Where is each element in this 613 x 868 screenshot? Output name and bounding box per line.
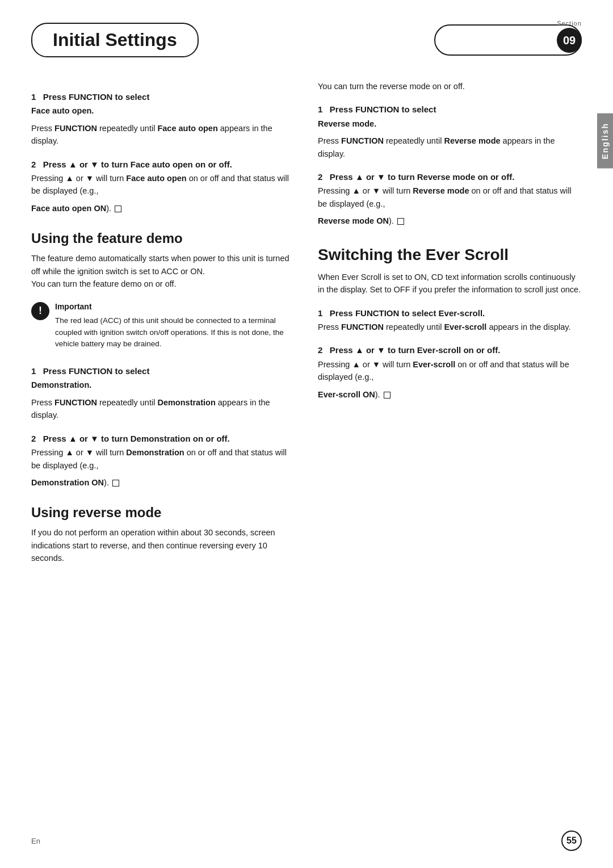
page: Initial Settings Section 09 English 1 1 …	[0, 0, 613, 868]
ever-scroll-section: Switching the Ever Scroll When Ever Scro…	[318, 246, 582, 401]
important-content: Important The red lead (ACC) of this uni…	[55, 301, 295, 354]
left-column: 1 1 Press FUNCTION to selectPress FUNCTI…	[31, 80, 295, 569]
feature-demo-heading: Using the feature demo	[31, 230, 295, 246]
ever-step1-body: Press FUNCTION repeatedly until Ever-scr…	[318, 321, 582, 333]
feature-demo-intro: The feature demo automatically starts wh…	[31, 252, 295, 290]
language-tab: English	[597, 114, 613, 169]
reverse-mode-steps-section: You can turn the reverse mode on or off.…	[318, 80, 582, 228]
reverse-step2-heading: 2 Press ▲ or ▼ to turn Reverse mode on o…	[318, 170, 582, 183]
face-step2-end: Face auto open ON).	[31, 202, 295, 215]
footer-page: 55	[561, 831, 582, 851]
reverse-step2-end: Reverse mode ON).	[318, 215, 582, 227]
main-content: 1 1 Press FUNCTION to selectPress FUNCTI…	[31, 80, 582, 569]
page-title: Initial Settings	[53, 30, 177, 51]
feature-demo-section: Using the feature demo The feature demo …	[31, 230, 295, 489]
face-auto-open-section: 1 1 Press FUNCTION to selectPress FUNCTI…	[31, 90, 295, 215]
page-header: Initial Settings Section 09	[31, 23, 582, 57]
ever-step2-body: Pressing ▲ or ▼ will turn Ever-scroll on…	[318, 358, 582, 384]
ever-scroll-heading: Switching the Ever Scroll	[318, 246, 582, 264]
face-step2-body: Pressing ▲ or ▼ will turn Face auto open…	[31, 172, 295, 198]
reverse-end-icon	[397, 218, 404, 225]
reverse-mode-steps-intro: You can turn the reverse mode on or off.	[318, 80, 582, 93]
face-step2-heading: 2 Press ▲ or ▼ to turn Face auto open on…	[31, 158, 295, 171]
demo-step2-body: Pressing ▲ or ▼ will turn Demonstration …	[31, 446, 295, 472]
ever-scroll-intro: When Ever Scroll is set to ON, CD text i…	[318, 271, 582, 296]
ever-step2-end: Ever-scroll ON).	[318, 388, 582, 401]
reverse-step2-body: Pressing ▲ or ▼ will turn Reverse mode o…	[318, 184, 582, 210]
reverse-step1-body: Press FUNCTION repeatedly until Reverse …	[318, 135, 582, 160]
face-step1-subheading: Face auto open.	[31, 104, 295, 117]
demo-end-icon	[112, 480, 119, 487]
face-step1-body: Press FUNCTION repeatedly until Face aut…	[31, 122, 295, 148]
section-number: 09	[557, 28, 582, 53]
demo-step1-subheading: Demonstration.	[31, 379, 295, 391]
page-number: 55	[561, 831, 582, 851]
important-box: ! Important The red lead (ACC) of this u…	[31, 301, 295, 354]
section-badge: Section 09	[557, 20, 582, 53]
ever-step1-heading: 1 Press FUNCTION to select Ever-scroll.	[318, 307, 582, 320]
demo-step1-heading: 1 Press FUNCTION to select	[31, 364, 295, 378]
demo-step1-body: Press FUNCTION repeatedly until Demonstr…	[31, 396, 295, 422]
important-label: Important	[55, 301, 295, 313]
right-column: You can turn the reverse mode on or off.…	[318, 80, 582, 569]
demo-step2-end: Demonstration ON).	[31, 476, 295, 489]
reverse-mode-section: Using reverse mode If you do not perform…	[31, 505, 295, 564]
ever-end-icon	[384, 392, 391, 399]
title-box: Initial Settings	[31, 23, 199, 57]
important-text: The red lead (ACC) of this unit should b…	[55, 315, 295, 350]
reverse-mode-intro: If you do not perform an operation withi…	[31, 526, 295, 564]
reverse-mode-heading: Using reverse mode	[31, 505, 295, 521]
important-icon: !	[31, 302, 49, 320]
language-sidebar: English	[597, 114, 613, 169]
footer-lang: En	[31, 837, 40, 845]
face-step1-heading: 1 1 Press FUNCTION to selectPress FUNCTI…	[31, 90, 295, 103]
ever-step2-heading: 2 Press ▲ or ▼ to turn Ever-scroll on or…	[318, 343, 582, 357]
end-icon	[115, 206, 121, 212]
section-label: Section	[557, 20, 582, 27]
demo-step2-heading: 2 Press ▲ or ▼ to turn Demonstration on …	[31, 432, 295, 445]
page-footer: En 55	[0, 831, 613, 851]
reverse-step1-subheading: Reverse mode.	[318, 118, 582, 130]
reverse-step1-heading: 1 Press FUNCTION to select	[318, 103, 582, 116]
